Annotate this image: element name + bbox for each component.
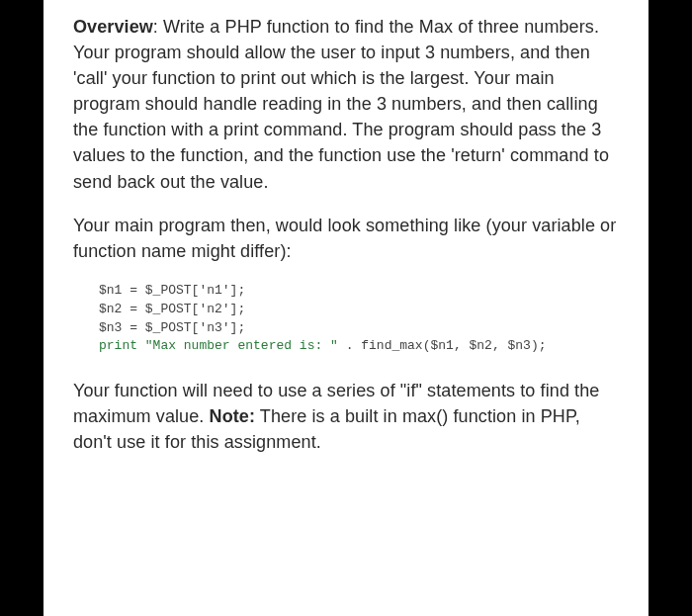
- note-label: Note:: [210, 406, 256, 426]
- intro-paragraph-2: Your main program then, would look somet…: [73, 213, 619, 264]
- closing-paragraph: Your function will need to use a series …: [73, 378, 619, 455]
- overview-heading: Overview: [73, 17, 153, 37]
- overview-paragraph: Overview: Write a PHP function to find t…: [73, 14, 619, 195]
- code-line-1: $n1 = $_POST['n1'];: [99, 283, 245, 298]
- overview-body: : Write a PHP function to find the Max o…: [73, 17, 609, 192]
- code-line-2: $n2 = $_POST['n2'];: [99, 302, 245, 316]
- code-line-4-print: print: [99, 338, 145, 353]
- code-example: $n1 = $_POST['n1']; $n2 = $_POST['n2']; …: [99, 282, 619, 356]
- code-line-3: $n3 = $_POST['n3'];: [99, 320, 245, 335]
- code-line-4-string: "Max number entered is: ": [145, 338, 338, 353]
- code-line-4-rest: . find_max($n1, $n2, $n3);: [338, 338, 547, 353]
- document-page: Overview: Write a PHP function to find t…: [43, 0, 649, 616]
